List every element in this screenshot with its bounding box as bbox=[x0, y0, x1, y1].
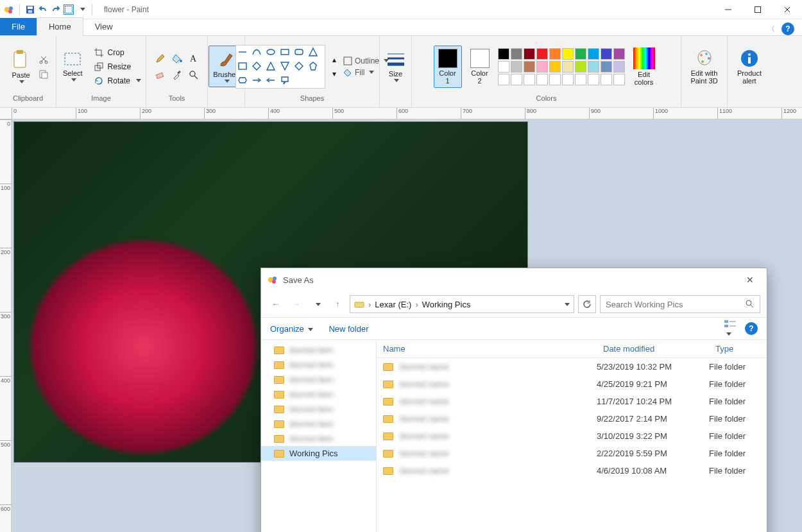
svg-marker-32 bbox=[295, 62, 303, 70]
group-colors-caption: Colors bbox=[417, 94, 676, 106]
tab-file[interactable]: File bbox=[0, 18, 37, 35]
collapse-ribbon-icon[interactable]: 〈 bbox=[767, 24, 775, 35]
organize-button[interactable]: Organize bbox=[270, 324, 313, 334]
color-palette-row3[interactable] bbox=[498, 74, 625, 85]
svg-rect-15 bbox=[65, 53, 80, 65]
nav-back-icon[interactable]: ← bbox=[268, 296, 284, 313]
shape-gallery[interactable] bbox=[235, 45, 325, 89]
svg-rect-53 bbox=[724, 320, 728, 323]
qat-dropdown-icon[interactable] bbox=[76, 4, 87, 15]
list-item[interactable]: blurred name5/23/2019 10:32 PMFile folde… bbox=[377, 358, 767, 375]
svg-point-51 bbox=[746, 300, 751, 305]
canvas-area[interactable]: Save As ✕ ← → ↑ › Lexar (E:) › Working P… bbox=[12, 119, 802, 532]
column-headers[interactable]: Name Date modified Type bbox=[377, 340, 767, 358]
refresh-button[interactable] bbox=[578, 295, 596, 313]
tab-view[interactable]: View bbox=[83, 18, 124, 35]
svg-point-42 bbox=[708, 57, 710, 60]
search-icon bbox=[746, 300, 755, 309]
qat-select-icon[interactable] bbox=[64, 4, 74, 15]
svg-rect-9 bbox=[14, 52, 26, 67]
dialog-help-icon[interactable]: ? bbox=[745, 322, 758, 335]
resize-button[interactable]: Resize bbox=[91, 61, 144, 73]
svg-point-22 bbox=[190, 71, 195, 76]
edit-colors-button[interactable]: Edit colors bbox=[629, 44, 660, 89]
help-icon[interactable]: ? bbox=[781, 22, 794, 35]
list-item[interactable]: blurred name3/10/2019 3:22 PMFile folder bbox=[377, 427, 767, 445]
svg-line-23 bbox=[194, 76, 198, 79]
list-item[interactable]: blurred name4/25/2019 9:21 PMFile folder bbox=[377, 375, 767, 393]
tree-item[interactable]: blurred item bbox=[261, 431, 376, 446]
dialog-app-icon bbox=[268, 275, 278, 285]
tree-item[interactable]: blurred item bbox=[261, 387, 376, 402]
svg-rect-6 bbox=[65, 6, 73, 13]
shape-scroll-up-icon[interactable]: ▴ bbox=[329, 55, 339, 65]
pencil-tool-icon[interactable] bbox=[153, 51, 167, 65]
svg-rect-5 bbox=[28, 10, 32, 13]
breadcrumb-folder[interactable]: Working Pics bbox=[422, 300, 471, 309]
tree-item[interactable]: Working Pics bbox=[261, 446, 376, 461]
tree-item[interactable]: blurred item bbox=[261, 343, 376, 357]
nav-forward-icon[interactable]: → bbox=[288, 296, 305, 313]
cut-icon[interactable] bbox=[38, 54, 49, 64]
view-options-icon[interactable] bbox=[724, 320, 736, 338]
nav-recent-icon[interactable] bbox=[309, 296, 325, 313]
new-folder-button[interactable]: New folder bbox=[328, 324, 368, 334]
size-button[interactable]: Size bbox=[381, 47, 411, 85]
maximize-button[interactable] bbox=[743, 0, 772, 19]
close-button[interactable] bbox=[772, 0, 802, 19]
tab-home[interactable]: Home bbox=[37, 17, 83, 36]
svg-rect-8 bbox=[755, 6, 761, 12]
title-bar: flower - Paint bbox=[0, 0, 802, 19]
svg-rect-14 bbox=[42, 73, 47, 78]
color-palette-row2[interactable] bbox=[498, 61, 625, 73]
svg-rect-54 bbox=[724, 325, 728, 327]
select-button[interactable]: Select bbox=[58, 48, 87, 85]
svg-point-40 bbox=[700, 54, 703, 56]
tree-item[interactable]: blurred item bbox=[261, 357, 376, 372]
svg-point-1 bbox=[9, 6, 13, 10]
ribbon-tabs: File Home View 〈 ? bbox=[0, 19, 802, 36]
list-item[interactable]: blurred name4/6/2019 10:08 AMFile folder bbox=[377, 462, 767, 479]
save-icon[interactable] bbox=[25, 4, 35, 15]
svg-rect-36 bbox=[344, 57, 352, 65]
copy-icon[interactable] bbox=[38, 69, 49, 80]
file-list[interactable]: blurred name5/23/2019 10:32 PMFile folde… bbox=[377, 358, 767, 532]
tree-item[interactable]: blurred item bbox=[261, 402, 376, 416]
tree-item[interactable]: blurred item bbox=[261, 416, 376, 431]
text-tool-icon[interactable]: A bbox=[187, 51, 201, 65]
tree-item[interactable]: blurred item bbox=[261, 372, 376, 387]
fill-tool-icon[interactable] bbox=[170, 51, 184, 65]
search-input[interactable]: Search Working Pics bbox=[600, 295, 760, 313]
picker-tool-icon[interactable] bbox=[170, 68, 184, 82]
address-bar[interactable]: › Lexar (E:) › Working Pics bbox=[350, 295, 574, 313]
color-palette-row1[interactable] bbox=[498, 48, 625, 60]
group-shapes-caption: Shapes bbox=[250, 94, 374, 106]
svg-rect-26 bbox=[295, 49, 303, 55]
address-dropdown-icon[interactable] bbox=[565, 303, 570, 306]
list-item[interactable]: blurred name2/22/2019 5:59 PMFile folder bbox=[377, 445, 767, 462]
rotate-button[interactable]: Rotate bbox=[91, 75, 144, 87]
color2-button[interactable]: Color 2 bbox=[466, 46, 494, 88]
svg-marker-27 bbox=[309, 48, 317, 56]
shape-scroll-down-icon[interactable]: ▾ bbox=[329, 69, 339, 79]
svg-marker-30 bbox=[267, 62, 275, 70]
eraser-tool-icon[interactable] bbox=[153, 68, 167, 82]
magnifier-tool-icon[interactable] bbox=[187, 68, 201, 82]
undo-icon[interactable] bbox=[38, 4, 48, 15]
breadcrumb-drive[interactable]: Lexar (E:) bbox=[375, 300, 411, 309]
svg-point-43 bbox=[701, 60, 704, 63]
svg-rect-21 bbox=[177, 70, 181, 74]
paste-button[interactable]: Paste bbox=[7, 46, 34, 87]
nav-up-icon[interactable]: ↑ bbox=[329, 296, 346, 313]
dialog-close-icon[interactable]: ✕ bbox=[740, 275, 760, 285]
crop-button[interactable]: Crop bbox=[91, 47, 144, 58]
list-item[interactable]: blurred name9/22/2017 2:14 PMFile folder bbox=[377, 410, 767, 427]
folder-tree[interactable]: blurred itemblurred itemblurred itemblur… bbox=[261, 340, 377, 532]
list-item[interactable]: blurred name11/7/2017 10:24 PMFile folde… bbox=[377, 393, 767, 410]
color1-button[interactable]: Color 1 bbox=[434, 46, 462, 88]
redo-icon[interactable] bbox=[51, 4, 61, 15]
product-alert-button[interactable]: Product alert bbox=[733, 46, 766, 88]
minimize-button[interactable] bbox=[713, 0, 743, 19]
edit-paint3d-button[interactable]: Edit with Paint 3D bbox=[686, 46, 722, 88]
svg-point-48 bbox=[273, 277, 277, 280]
